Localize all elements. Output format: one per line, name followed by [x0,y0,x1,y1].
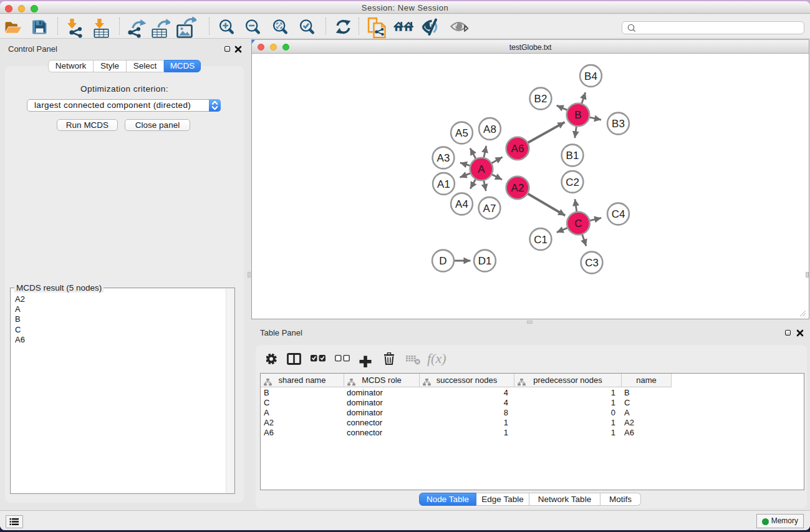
svg-text:A1: A1 [437,178,450,190]
svg-text:C1: C1 [534,234,547,246]
svg-text:B4: B4 [584,70,597,82]
svg-text:A3: A3 [437,152,450,164]
svg-text:A7: A7 [483,203,496,215]
svg-text:B: B [574,109,581,121]
svg-text:B2: B2 [534,93,547,105]
svg-text:D1: D1 [478,255,492,267]
svg-text:C4: C4 [612,208,625,220]
svg-text:C3: C3 [585,257,599,269]
svg-text:B3: B3 [612,118,625,130]
svg-text:C2: C2 [566,177,579,188]
svg-text:A4: A4 [455,198,468,210]
svg-text:D: D [439,255,446,267]
svg-text:B1: B1 [566,150,579,162]
svg-text:A5: A5 [455,127,468,139]
svg-text:A: A [478,163,485,175]
svg-text:A6: A6 [511,143,524,155]
svg-text:A8: A8 [483,123,496,135]
svg-text:C: C [574,218,582,230]
svg-text:A2: A2 [511,182,524,194]
